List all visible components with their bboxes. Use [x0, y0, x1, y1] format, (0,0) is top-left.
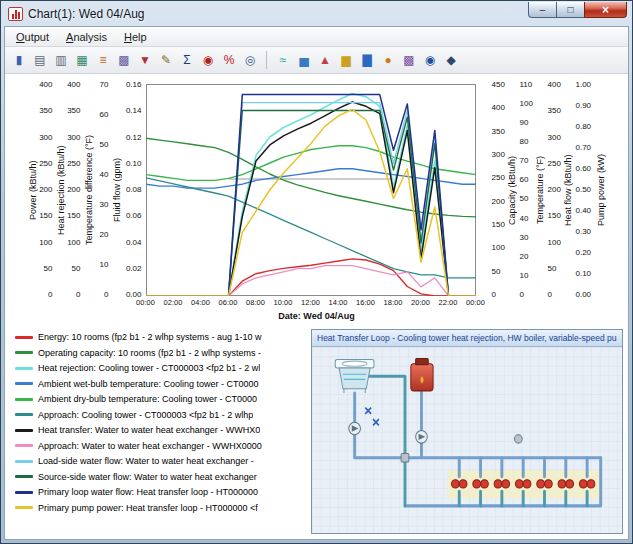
titlebar[interactable]: Chart(1): Wed 04/Aug – □ × — [4, 4, 629, 26]
legend-item[interactable]: Source-side water flow: Water to water h… — [15, 471, 303, 483]
tick-label: 0.14 — [123, 107, 142, 115]
tick-label: 70 — [520, 157, 534, 165]
menu-item[interactable]: Output — [8, 29, 57, 45]
toolbar-separator — [266, 51, 267, 69]
close-button[interactable]: × — [584, 2, 627, 18]
legend-item[interactable]: Ambient wet-bulb temperature: Cooling to… — [15, 378, 303, 390]
tick-label: 0.12 — [123, 134, 142, 142]
toolbar-icon-glyph: Σ — [183, 54, 190, 66]
menu-items: OutputAnalysisHelp — [8, 29, 155, 45]
axis-title-temperature-difference: Temperature difference (°F) — [83, 84, 95, 296]
legend-item[interactable]: Approach: Cooling tower - CT000003 <fp2 … — [15, 409, 303, 421]
schematic-window[interactable]: Heat Transfer Loop - Cooling tower heat … — [311, 329, 623, 534]
tick-label: 400 — [548, 81, 562, 89]
axis-title-power: Power (kBtu/h) — [27, 84, 39, 296]
tick-label: 400 — [39, 81, 53, 89]
legend-label: Primary loop water flow: Heat transfer l… — [38, 487, 258, 497]
legend-label: Ambient dry-bulb temperature: Cooling to… — [38, 394, 257, 404]
toolbar-icon[interactable]: ▇ — [357, 50, 377, 70]
tick-label: 50 — [520, 195, 534, 203]
legend-item[interactable]: Energy: 10 rooms (fp2 b1 - 2 wlhp system… — [15, 331, 303, 343]
tick-label: 350 — [67, 107, 81, 115]
legend-swatch — [15, 491, 33, 494]
toolbar-icon[interactable]: ✎ — [156, 50, 176, 70]
toolbar-icon[interactable]: ▦ — [72, 50, 92, 70]
legend-swatch — [15, 460, 33, 463]
toolbar-icon[interactable]: ≈ — [273, 50, 293, 70]
toolbar-icon-glyph: ≈ — [280, 54, 287, 66]
axis-ticks-pump-power: 1.000.900.800.700.600.500.400.300.200.10… — [574, 81, 595, 299]
tick-label: 100 — [520, 100, 534, 108]
axis-fluid-flow: Fluid flow (gpm) 0.160.140.120.100.080.0… — [111, 84, 144, 321]
toolbar-icon-glyph: ▩ — [403, 54, 414, 66]
legend-item[interactable]: Primary pump power: Heat transfer loop -… — [15, 502, 303, 514]
toolbar-icon[interactable]: ▆ — [336, 50, 356, 70]
toolbar-icon[interactable]: ≡ — [93, 50, 113, 70]
toolbar-icon[interactable]: ▥ — [51, 50, 71, 70]
tick-label: 250 — [492, 174, 506, 182]
axis-ticks-heat-rejection: 400350300250200150100500 — [67, 81, 83, 299]
legend-swatch — [15, 367, 33, 370]
tick-label: 0 — [520, 291, 534, 299]
tick-label: 30 — [520, 234, 534, 242]
toolbar-group-1: ▮▤▥▦≡▩▼✎Σ◉%◎ — [9, 50, 260, 70]
toolbar-icon[interactable]: ▮ — [9, 50, 29, 70]
tick-label: 0.50 — [576, 186, 595, 194]
x-tick-label: 10:00 — [271, 298, 295, 307]
toolbar-icon[interactable]: ▼ — [135, 50, 155, 70]
legend-item[interactable]: Heat rejection: Cooling tower - CT000003… — [15, 362, 303, 374]
pump-icon-2[interactable] — [416, 431, 428, 444]
schematic-titlebar[interactable]: Heat Transfer Loop - Cooling tower heat … — [312, 330, 622, 347]
chart-panel: Power (kBtu/h) 400350300250200150100500 … — [5, 74, 628, 321]
tick-label: 200 — [492, 198, 506, 206]
axis-title-fluid-flow: Fluid flow (gpm) — [111, 84, 123, 296]
tick-label: 250 — [67, 160, 81, 168]
pump-icon[interactable] — [349, 422, 361, 435]
toolbar-icon-glyph: % — [224, 54, 235, 66]
legend-item[interactable]: Heat transfer: Water to water heat excha… — [15, 424, 303, 436]
menu-item[interactable]: Help — [116, 29, 155, 45]
boiler-icon[interactable] — [411, 358, 433, 390]
legend-item[interactable]: Approach: Water to water heat exchanger … — [15, 440, 303, 452]
axis-temperature: 1101009080706050403020100 Temperature (°… — [518, 84, 546, 321]
legend-label: Source-side water flow: Water to water h… — [38, 472, 257, 482]
axis-ticks-power: 400350300250200150100500 — [39, 81, 55, 299]
tick-label: 0.90 — [576, 102, 595, 110]
toolbar-icon[interactable]: ▤ — [30, 50, 50, 70]
toolbar-icon[interactable]: ▅ — [294, 50, 314, 70]
minimize-button[interactable]: – — [528, 2, 557, 18]
legend-item[interactable]: Primary loop water flow: Heat transfer l… — [15, 486, 303, 498]
toolbar-icon[interactable]: ◎ — [240, 50, 260, 70]
toolbar-icon[interactable]: % — [219, 50, 239, 70]
maximize-button[interactable]: □ — [557, 2, 584, 18]
hvac-schematic[interactable] — [312, 347, 622, 533]
toolbar-icon-glyph: ◎ — [245, 54, 255, 66]
axis-title-temperature: Temperature (°F) — [534, 84, 546, 296]
menu-item[interactable]: Analysis — [58, 29, 115, 45]
toolbar-icon[interactable]: Σ — [177, 50, 197, 70]
legend-label: Energy: 10 rooms (fp2 b1 - 2 wlhp system… — [38, 332, 262, 342]
x-tick-label: 04:00 — [189, 298, 213, 307]
tick-label: 90 — [520, 119, 534, 127]
tick-label: 50 — [548, 265, 562, 273]
toolbar-icon[interactable]: ▩ — [114, 50, 134, 70]
axis-power: Power (kBtu/h) 400350300250200150100500 — [27, 84, 55, 321]
axis-ticks-temperature: 1101009080706050403020100 — [518, 81, 534, 299]
tick-label: 100 — [39, 239, 53, 247]
tick-label: 100 — [492, 244, 506, 252]
tick-label: 10 — [520, 272, 534, 280]
legend-item[interactable]: Load-side water flow: Water to water hea… — [15, 455, 303, 467]
legend-label: Ambient wet-bulb temperature: Cooling to… — [38, 379, 259, 389]
toolbar-icon[interactable]: ▩ — [399, 50, 419, 70]
legend-item[interactable]: Ambient dry-bulb temperature: Cooling to… — [15, 393, 303, 405]
toolbar-icon[interactable]: ◉ — [198, 50, 218, 70]
toolbar-icon[interactable]: ◉ — [420, 50, 440, 70]
toolbar-icon[interactable]: ▲ — [315, 50, 335, 70]
tick-label: 0.10 — [123, 160, 142, 168]
schematic-title: Heat Transfer Loop - Cooling tower heat … — [317, 333, 617, 343]
chart-plot[interactable] — [146, 84, 476, 296]
legend-item[interactable]: Operating capacity: 10 rooms (fp2 b1 - 2… — [15, 347, 303, 359]
toolbar-icon[interactable]: ◆ — [441, 50, 461, 70]
toolbar-icon-glyph: ▤ — [34, 54, 45, 66]
toolbar-icon[interactable]: ● — [378, 50, 398, 70]
